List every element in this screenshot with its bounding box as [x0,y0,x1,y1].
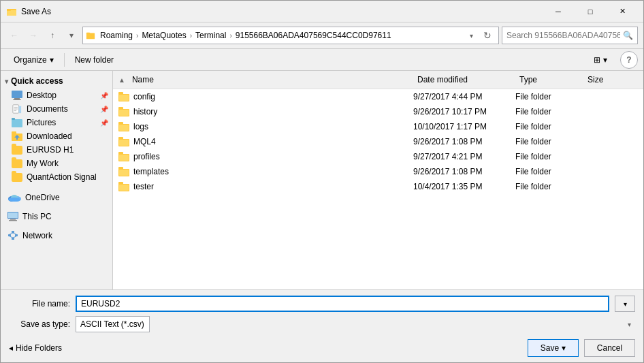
help-button[interactable]: ? [620,51,638,69]
col-header-name[interactable]: Name [128,72,413,87]
up-button[interactable]: ↑ [44,27,61,44]
back-button[interactable]: ← [6,27,22,44]
svg-rect-55 [118,182,123,185]
breadcrumb-roaming[interactable]: Roaming [98,30,135,41]
svg-rect-37 [118,92,123,95]
sidebar-item-quantaction[interactable]: QuantAction Signal [1,170,112,184]
svg-rect-5 [12,91,22,98]
sidebar-item-label-desktop: Desktop [27,91,57,100]
address-dropdown-button[interactable]: ▾ [466,27,477,44]
svg-rect-46 [118,137,123,140]
bottom-buttons: ◂ Hide Folders Save ▾ Cancel [9,336,635,357]
svg-rect-29 [8,234,11,236]
breadcrumb-folder[interactable]: 915566BA06ADA407569C544CC0D97611 [234,30,393,41]
svg-rect-1 [7,10,16,16]
folder-row-icon [118,122,129,131]
table-row[interactable]: MQL4 9/26/2017 1:08 PM File folder [113,134,643,149]
svg-rect-49 [118,152,123,155]
sort-arrow: ▲ [118,76,125,84]
sidebar-item-documents[interactable]: Documents 📌 [1,102,112,116]
table-row[interactable]: tester 10/4/2017 1:35 PM File folder [113,179,643,194]
table-row[interactable]: history 9/26/2017 10:17 PM File folder [113,104,643,119]
command-separator [64,53,65,67]
title-bar: Save As ─ □ ✕ [1,1,643,22]
svg-rect-28 [12,231,14,233]
search-icon: 🔍 [623,31,633,40]
folder-row-icon [118,92,129,101]
sidebar-item-mywork[interactable]: My Work [1,157,112,170]
sidebar-item-desktop[interactable]: Desktop 📌 [1,89,112,102]
filename-input[interactable] [76,296,609,312]
sidebar-item-network[interactable]: Network [1,227,112,244]
recent-locations-button[interactable]: ▾ [63,27,80,44]
hide-folders-label: Hide Folders [16,343,62,353]
sidebar-item-label-eurusd: EURUSD H1 [27,145,74,155]
svg-rect-27 [9,220,17,221]
hide-folders-button[interactable]: ◂ Hide Folders [9,343,522,353]
file-type-cell: File folder [515,92,583,101]
view-arrow: ▾ [603,55,607,65]
sidebar-item-label-downloaded: Downloaded [27,131,72,141]
filename-row: File name: ▾ [9,296,635,312]
folder-row-icon [118,137,129,146]
sidebar-item-pictures[interactable]: Pictures 📌 [1,116,112,129]
svg-line-32 [10,233,13,234]
sidebar-item-eurusd[interactable]: EURUSD H1 [1,143,112,157]
svg-line-34 [10,236,13,238]
sidebar-item-label-onedrive: OneDrive [25,193,60,202]
organize-button[interactable]: Organize ▾ [6,51,61,69]
sidebar-item-downloaded[interactable]: Downloaded [1,129,112,143]
breadcrumb-metaquotes[interactable]: MetaQuotes [140,30,188,41]
sidebar-item-onedrive[interactable]: OneDrive [1,189,112,206]
svg-rect-41 [119,110,129,116]
svg-rect-25 [8,212,18,218]
new-folder-button[interactable]: New folder [67,51,121,69]
address-bar[interactable]: Roaming › MetaQuotes › Terminal › 915566… [82,27,499,44]
file-type-cell: File folder [515,137,583,146]
breadcrumb-sep-3: › [229,32,231,40]
svg-rect-50 [119,155,129,161]
file-rows-container: config 9/27/2017 4:44 PM File folder his… [113,89,643,194]
table-row[interactable]: templates 9/26/2017 1:08 PM File folder [113,164,643,179]
quick-access-header[interactable]: ▾ Quick access [1,74,112,89]
file-list-header: ▲ Name Date modified Type Size [113,71,643,89]
search-input[interactable] [506,31,620,40]
table-row[interactable]: profiles 9/27/2017 4:21 PM File folder [113,149,643,164]
col-header-size[interactable]: Size [583,72,638,87]
sidebar-item-label-network: Network [22,231,52,240]
save-dropdown-arrow: ▾ [562,343,566,353]
cancel-label: Cancel [597,343,622,353]
sidebar-item-label-documents: Documents [27,104,68,114]
breadcrumb-terminal[interactable]: Terminal [193,30,228,41]
file-date-cell: 10/10/2017 1:17 PM [413,122,515,131]
minimize-button[interactable]: ─ [543,1,574,22]
table-row[interactable]: logs 10/10/2017 1:17 PM File folder [113,119,643,134]
table-row[interactable]: config 9/27/2017 4:44 PM File folder [113,89,643,104]
view-toggle-button[interactable]: ⊞ ▾ [586,51,615,69]
filename-dropdown-button[interactable]: ▾ [615,296,635,312]
organize-arrow: ▾ [50,55,54,65]
file-date-cell: 9/26/2017 1:08 PM [413,167,515,176]
file-name-cell: config [118,92,413,101]
maximize-button[interactable]: □ [575,1,606,22]
close-button[interactable]: ✕ [607,1,638,22]
address-bar-path: Roaming › MetaQuotes › Terminal › 915566… [98,30,463,41]
help-label: ? [626,55,631,65]
up-icon: ↑ [50,31,54,40]
back-icon: ← [10,31,18,40]
desktop-icon [12,91,22,100]
refresh-button[interactable]: ↻ [479,27,496,44]
svg-rect-31 [12,238,14,240]
sidebar-item-thispc[interactable]: This PC [1,208,112,225]
col-header-date[interactable]: Date modified [413,72,515,87]
save-label: Save [541,343,559,353]
col-header-type[interactable]: Type [515,72,583,87]
savetype-select[interactable]: ASCII Text (*.csv) [76,316,150,332]
folder-row-icon [118,167,129,176]
cancel-button[interactable]: Cancel [584,339,635,357]
forward-button[interactable]: → [25,27,42,44]
svg-rect-52 [118,167,123,170]
save-button[interactable]: Save ▾ [528,339,579,357]
search-box[interactable]: 🔍 [502,27,638,44]
svg-rect-53 [119,170,129,176]
